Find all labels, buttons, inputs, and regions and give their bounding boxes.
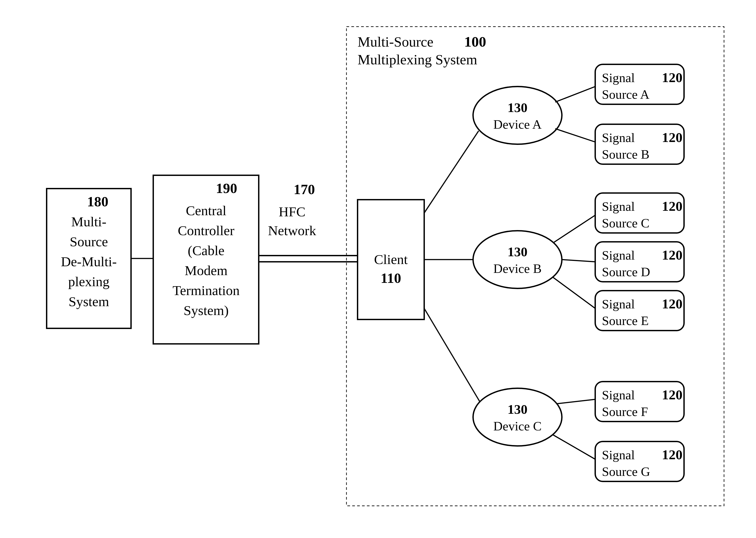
device-b <box>473 231 562 289</box>
source-e-l1: Signal <box>602 297 635 311</box>
source-a-num: 120 <box>662 70 682 85</box>
client-number: 110 <box>381 270 401 286</box>
system-title-line2: Multiplexing System <box>357 52 477 68</box>
source-a-l1: Signal <box>602 71 635 85</box>
controller-l6: System) <box>183 303 228 318</box>
controller-l4: Modem <box>185 263 228 278</box>
device-a-number: 130 <box>507 100 528 115</box>
device-b-label: Device B <box>493 261 541 276</box>
device-a <box>473 86 562 144</box>
source-g-l2: Source G <box>602 464 650 479</box>
controller-l3: (Cable <box>188 243 224 258</box>
device-b-number: 130 <box>507 244 528 259</box>
edge-devA-srcB <box>555 129 595 142</box>
controller-box <box>153 175 259 344</box>
device-c-number: 130 <box>507 402 528 417</box>
controller-number: 190 <box>216 180 237 196</box>
source-f-l2: Source F <box>602 404 648 419</box>
controller-l1: Central <box>186 203 226 218</box>
edge-client-device-c <box>424 308 480 402</box>
source-c-num: 120 <box>662 198 682 214</box>
hfc-l2: Network <box>268 223 316 238</box>
source-d-num: 120 <box>662 247 682 262</box>
source-d-l1: Signal <box>602 248 635 262</box>
source-g-num: 120 <box>662 447 682 462</box>
edge-devC-srcF <box>556 399 595 404</box>
source-c-l1: Signal <box>602 199 635 214</box>
source-f-l1: Signal <box>602 388 635 402</box>
controller-l5: Termination <box>172 283 240 298</box>
demux-number: 180 <box>87 194 108 209</box>
device-a-label: Device A <box>493 117 542 132</box>
edge-devB-srcC <box>553 215 595 243</box>
system-number: 100 <box>464 33 486 50</box>
source-e-l2: Source E <box>602 313 649 328</box>
source-f-num: 120 <box>662 387 682 402</box>
device-c-label: Device C <box>493 419 541 433</box>
hfc-number: 170 <box>293 182 315 197</box>
source-b-l2: Source B <box>602 147 649 162</box>
demux-l1: Multi- <box>71 214 106 229</box>
source-g-l1: Signal <box>602 448 635 462</box>
edge-client-device-a <box>424 131 478 213</box>
device-c <box>473 388 562 446</box>
demux-l5: System <box>69 294 109 309</box>
source-e-num: 120 <box>662 296 682 311</box>
source-a-l2: Source A <box>602 87 649 102</box>
client-label: Client <box>374 252 408 267</box>
demux-l2: Source <box>70 234 108 249</box>
source-b-l1: Signal <box>602 131 635 145</box>
source-d-l2: Source D <box>602 265 650 279</box>
source-b-num: 120 <box>662 130 682 145</box>
demux-l3: De-Multi- <box>61 254 117 269</box>
system-title-line1: Multi-Source <box>357 34 433 50</box>
demux-l4: plexing <box>68 274 109 289</box>
controller-l2: Controller <box>178 223 234 238</box>
edge-devB-srcE <box>553 277 595 308</box>
edge-devB-srcD <box>562 260 595 262</box>
edge-devC-srcG <box>553 435 595 459</box>
hfc-l1: HFC <box>279 204 306 219</box>
edge-devA-srcA <box>555 86 595 102</box>
source-c-l2: Source C <box>602 216 649 230</box>
